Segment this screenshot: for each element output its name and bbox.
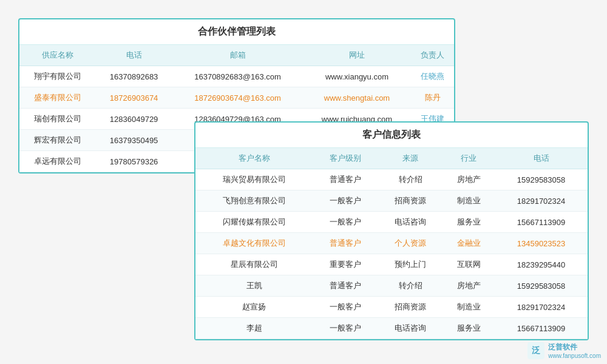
customer-level: 普通客户 bbox=[313, 275, 378, 297]
customer-industry: 制造业 bbox=[443, 297, 495, 318]
partner-phone: 16379350495 bbox=[95, 130, 172, 151]
customer-source: 电话咨询 bbox=[378, 318, 443, 339]
partner-header-row: 供应名称 电话 邮箱 网址 负责人 bbox=[19, 45, 454, 66]
partner-name: 瑞创有限公司 bbox=[19, 109, 95, 130]
partner-phone: 16370892683 bbox=[95, 66, 172, 87]
partner-col-name: 供应名称 bbox=[19, 45, 95, 66]
customer-source: 招商资源 bbox=[378, 190, 443, 212]
customer-col-level: 客户级别 bbox=[313, 148, 378, 169]
watermark-logo: 泛 bbox=[527, 342, 544, 359]
customer-level: 一般客户 bbox=[313, 297, 378, 318]
customer-name: 星辰有限公司 bbox=[195, 254, 313, 275]
customer-level: 重要客户 bbox=[313, 254, 378, 275]
customer-phone: 15667113909 bbox=[495, 212, 588, 233]
table-row: 飞翔创意有限公司 一般客户 招商资源 制造业 18291702324 bbox=[195, 190, 588, 212]
table-row: 翔宇有限公司 16370892683 16370892683@163.com w… bbox=[19, 66, 454, 87]
customer-name: 卓越文化有限公司 bbox=[195, 233, 313, 254]
partner-website: www.xiangyu.com bbox=[303, 66, 411, 87]
partner-name: 辉宏有限公司 bbox=[19, 130, 95, 151]
customer-level: 一般客户 bbox=[313, 318, 378, 339]
customer-level: 普通客户 bbox=[313, 233, 378, 254]
partner-website: www.shengtai.com bbox=[303, 87, 411, 109]
watermark-text: 泛普软件 www.fanpusoft.com bbox=[548, 342, 601, 359]
customer-source: 预约上门 bbox=[378, 254, 443, 275]
partner-person: 任晓燕 bbox=[411, 66, 454, 87]
partner-name: 翔宇有限公司 bbox=[19, 66, 95, 87]
customer-source: 电话咨询 bbox=[378, 212, 443, 233]
customer-col-industry: 行业 bbox=[443, 148, 495, 169]
customer-industry: 金融业 bbox=[443, 233, 495, 254]
customer-panel-title: 客户信息列表 bbox=[195, 123, 588, 148]
customer-industry: 制造业 bbox=[443, 190, 495, 212]
customer-source: 招商资源 bbox=[378, 297, 443, 318]
table-row: 李超 一般客户 电话咨询 服务业 15667113909 bbox=[195, 318, 588, 339]
customer-col-phone: 电话 bbox=[495, 148, 588, 169]
table-row: 星辰有限公司 重要客户 预约上门 互联网 18239295440 bbox=[195, 254, 588, 275]
partner-person: 陈丹 bbox=[411, 87, 454, 109]
customer-industry: 服务业 bbox=[443, 318, 495, 339]
customer-level: 一般客户 bbox=[313, 190, 378, 212]
table-row: 盛泰有限公司 18726903674 18726903674@163.com w… bbox=[19, 87, 454, 109]
customer-level: 一般客户 bbox=[313, 212, 378, 233]
partner-col-email: 邮箱 bbox=[172, 45, 303, 66]
customer-name: 闪耀传媒有限公司 bbox=[195, 212, 313, 233]
customer-name: 赵宣扬 bbox=[195, 297, 313, 318]
table-row: 卓越文化有限公司 普通客户 个人资源 金融业 13459023523 bbox=[195, 233, 588, 254]
customer-phone: 13459023523 bbox=[495, 233, 588, 254]
watermark-url: www.fanpusoft.com bbox=[548, 352, 601, 359]
customer-col-source: 来源 bbox=[378, 148, 443, 169]
customer-name: 李超 bbox=[195, 318, 313, 339]
table-row: 王凯 普通客户 转介绍 房地产 15929583058 bbox=[195, 275, 588, 297]
customer-industry: 服务业 bbox=[443, 212, 495, 233]
customer-industry: 房地产 bbox=[443, 169, 495, 190]
customer-name: 王凯 bbox=[195, 275, 313, 297]
customer-name: 瑞兴贸易有限公司 bbox=[195, 169, 313, 190]
watermark: 泛 泛普软件 www.fanpusoft.com bbox=[527, 342, 601, 359]
partner-phone: 18726903674 bbox=[95, 87, 172, 109]
customer-phone: 15667113909 bbox=[495, 318, 588, 339]
customer-table: 客户名称 客户级别 来源 行业 电话 瑞兴贸易有限公司 普通客户 转介绍 房地产… bbox=[195, 148, 588, 339]
page-container: 合作伙伴管理列表 供应名称 电话 邮箱 网址 负责人 翔宇有限公司 163708… bbox=[0, 0, 607, 364]
customer-header-row: 客户名称 客户级别 来源 行业 电话 bbox=[195, 148, 588, 169]
partner-email: 18726903674@163.com bbox=[172, 87, 303, 109]
partner-col-person: 负责人 bbox=[411, 45, 454, 66]
customer-source: 转介绍 bbox=[378, 169, 443, 190]
partner-name: 盛泰有限公司 bbox=[19, 87, 95, 109]
partner-name: 卓远有限公司 bbox=[19, 151, 95, 172]
partner-col-website: 网址 bbox=[303, 45, 411, 66]
customer-name: 飞翔创意有限公司 bbox=[195, 190, 313, 212]
customer-level: 普通客户 bbox=[313, 169, 378, 190]
customer-col-name: 客户名称 bbox=[195, 148, 313, 169]
table-row: 瑞兴贸易有限公司 普通客户 转介绍 房地产 15929583058 bbox=[195, 169, 588, 190]
customer-phone: 15929583058 bbox=[495, 275, 588, 297]
customer-panel: 客户信息列表 客户名称 客户级别 来源 行业 电话 瑞兴贸易有限公司 普通客户 … bbox=[194, 121, 589, 340]
watermark-brand: 泛普软件 bbox=[548, 342, 601, 352]
customer-phone: 18291702324 bbox=[495, 297, 588, 318]
partner-phone: 19780579326 bbox=[95, 151, 172, 172]
customer-industry: 房地产 bbox=[443, 275, 495, 297]
customer-phone: 15929583058 bbox=[495, 169, 588, 190]
table-row: 赵宣扬 一般客户 招商资源 制造业 18291702324 bbox=[195, 297, 588, 318]
customer-source: 转介绍 bbox=[378, 275, 443, 297]
partner-col-phone: 电话 bbox=[95, 45, 172, 66]
customer-phone: 18291702324 bbox=[495, 190, 588, 212]
customer-phone: 18239295440 bbox=[495, 254, 588, 275]
partner-panel-title: 合作伙伴管理列表 bbox=[19, 19, 454, 45]
customer-source: 个人资源 bbox=[378, 233, 443, 254]
partner-email: 16370892683@163.com bbox=[172, 66, 303, 87]
customer-industry: 互联网 bbox=[443, 254, 495, 275]
table-row: 闪耀传媒有限公司 一般客户 电话咨询 服务业 15667113909 bbox=[195, 212, 588, 233]
partner-phone: 12836049729 bbox=[95, 109, 172, 130]
